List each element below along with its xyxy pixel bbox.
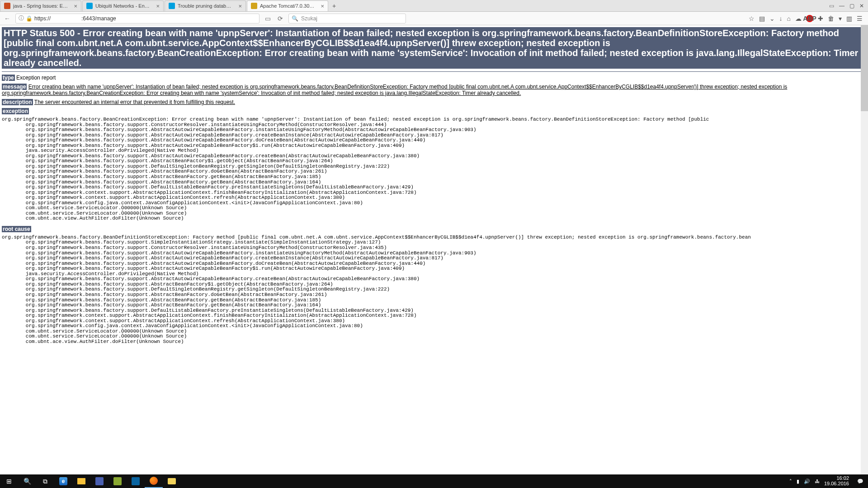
favicon-icon [169,3,175,9]
address-bar: ← ⓘ 🔒 https:// :6443/manage ▭ ⟳ 🔍 Szukaj… [0,12,868,25]
identity-icon[interactable]: ⓘ [19,14,24,22]
downloads-icon[interactable]: ↓ [779,15,783,22]
favicon-icon [251,3,257,9]
taskbar-app-firefox[interactable] [145,474,163,488]
root-cause-label: root cause [2,226,31,232]
minimize-icon[interactable]: — [837,2,846,10]
extension-icon[interactable]: 🗑 [828,15,834,22]
tab-label: java - Spring Issues: Error ... [13,3,68,9]
sidebar-icon[interactable]: ▥ [846,15,852,22]
toolbar-icons: ☆ ▤ ⌄ ↓ ⌂ ☁ ABP ✚ 🗑 ▾ ▥ ☰ [749,15,865,22]
root-cause-row: root cause [2,226,866,232]
window-controls: ▭ — ▢ ✕ [826,2,868,10]
close-icon[interactable]: × [74,3,77,9]
taskbar-app-explorer[interactable] [72,474,90,488]
tray-chevron-up-icon[interactable]: ˄ [789,479,792,484]
browser-tab[interactable]: Ubiquiti Networks - Enter... × [82,0,164,11]
favicon-icon [4,3,10,9]
taskbar-app[interactable] [90,474,108,488]
tab-label: Ubiquiti Networks - Enter... [95,3,151,9]
exception-label: exception [2,108,29,114]
task-view-button[interactable]: ⧉ [36,474,54,488]
error-type-row: type Exception report [2,75,866,81]
maximize-icon[interactable]: ▢ [847,2,856,10]
tray-volume-icon[interactable]: 🔊 [804,479,810,484]
chevron-down-icon[interactable]: ▾ [839,15,842,22]
tab-label: Apache Tomcat/7.0.30 - E... [260,3,315,9]
tab-label: Trouble pruning database ... [178,3,233,9]
scrollbar-thumb[interactable] [861,25,868,111]
tab-strip: java - Spring Issues: Error ... × Ubiqui… [0,0,868,12]
close-window-icon[interactable]: ✕ [857,2,866,10]
clock-date: 19.06.2016 [824,481,849,487]
error-message-row: message Error creating bean with name 'u… [2,84,866,96]
browser-tab[interactable]: java - Spring Issues: Error ... × [0,0,81,11]
close-icon[interactable]: × [238,3,242,9]
back-button[interactable]: ← [3,14,12,23]
menu-icon[interactable]: ☰ [857,15,863,22]
url-path: :6443/manage [81,15,116,22]
start-button[interactable]: ⊞ [0,474,18,488]
notes-icon [168,478,176,484]
reload-button[interactable]: ⟳ [276,15,285,22]
adblock-icon[interactable]: ABP [806,15,813,22]
message-label: message [2,84,27,90]
exception-row: exception [2,108,866,114]
edge-icon: e [59,477,67,485]
window-decoration-icon[interactable]: ▭ [826,2,836,10]
browser-tab-active[interactable]: Apache Tomcat/7.0.30 - E... × [247,0,328,11]
action-center-icon[interactable]: 💬 [855,479,865,484]
home-icon[interactable]: ⌂ [787,15,791,22]
taskbar-app-edge[interactable]: e [54,474,72,488]
exception-stack: org.springframework.beans.factory.BeanCr… [2,117,866,221]
error-heading: HTTP Status 500 - Error creating bean wi… [2,27,866,69]
library-icon[interactable]: ▤ [759,15,765,22]
description-label: description [2,99,33,105]
browser-tab[interactable]: Trouble pruning database ... × [165,0,246,11]
divider [2,71,866,72]
page-content: HTTP Status 500 - Error creating bean wi… [0,25,868,474]
search-button[interactable]: 🔍 [18,474,36,488]
search-input[interactable]: 🔍 Szukaj [288,14,406,23]
search-placeholder: Szukaj [301,15,317,22]
windows-taskbar: ⊞ 🔍 ⧉ e ˄ ▮ 🔊 🖧 16:02 19.06.2016 💬 [0,474,868,488]
outlook-icon [132,477,140,485]
description-value: The server encountered an internal error… [34,99,235,105]
message-value: Error creating bean with name 'upnpServe… [2,84,787,96]
bookmark-star-icon[interactable]: ☆ [749,15,755,22]
reader-view-icon[interactable]: ▭ [263,14,272,23]
app-icon [113,477,122,485]
favicon-icon [86,3,93,9]
search-icon: 🔍 [292,15,298,22]
close-icon[interactable]: × [156,3,160,9]
folder-icon [77,478,85,484]
taskbar-app[interactable] [108,474,127,488]
pocket-icon[interactable]: ⌄ [769,15,775,22]
disk-icon [95,477,104,485]
system-clock[interactable]: 16:02 19.06.2016 [824,476,851,486]
type-label: type [2,75,15,81]
type-value: Exception report [16,75,56,81]
lock-icon: 🔒 [26,15,33,22]
firefox-icon [150,477,158,485]
root-cause-stack: org.springframework.beans.factory.BeanDe… [2,235,866,344]
tray-network-icon[interactable]: ▮ [797,479,799,484]
sync-icon[interactable]: ☁ [795,15,802,22]
taskbar-app-notes[interactable] [163,474,181,488]
close-icon[interactable]: × [321,3,324,9]
extension-icon[interactable]: ✚ [818,15,823,22]
taskbar-app-outlook[interactable] [127,474,145,488]
url-scheme: https:// [34,15,51,22]
url-input[interactable]: ⓘ 🔒 https:// :6443/manage [15,14,259,23]
tray-language-icon[interactable]: 🖧 [815,479,820,484]
error-description-row: description The server encountered an in… [2,99,866,105]
vertical-scrollbar[interactable] [861,25,868,474]
new-tab-button[interactable]: + [329,1,339,11]
